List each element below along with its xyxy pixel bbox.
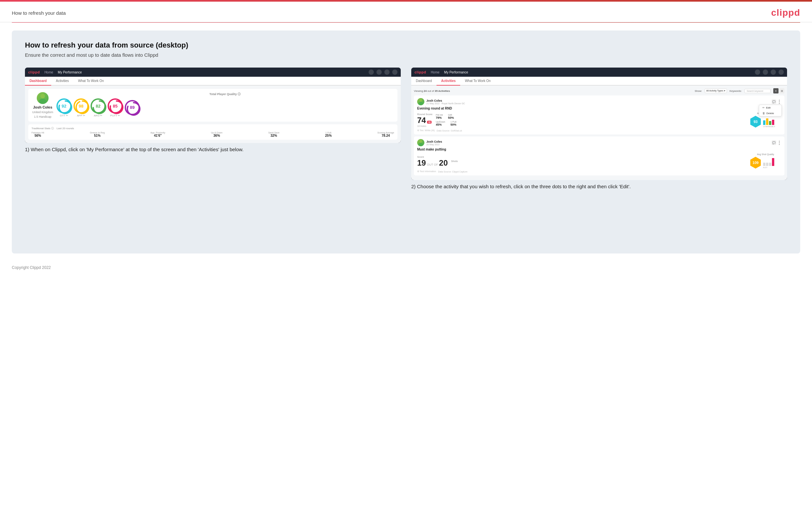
svg-point-6 [128, 103, 140, 115]
activity-1-date: 21 May 2022 · Royal North Devon GC [426, 102, 465, 105]
player-name: Josh Coles [33, 105, 53, 109]
bar-label-putt: PUT [772, 126, 774, 127]
edit-icon: ✏ [762, 106, 765, 109]
right-nav-menu-icon[interactable] [778, 69, 784, 75]
activity-2-user-name: Josh Coles [426, 140, 442, 143]
activity-1-stat-row-1: FW Hit 79% GIR 50% [436, 114, 747, 119]
bar2-putt [772, 158, 774, 166]
right-nav-home[interactable]: Home [430, 70, 440, 74]
main-title: How to refresh your data from source (de… [25, 41, 787, 50]
svg-point-10 [419, 140, 422, 143]
activity-2-shots-label: Shots [451, 160, 458, 163]
right-nav-logo: clippd [414, 70, 426, 74]
activity-2-total: 20 [439, 159, 448, 167]
stat-gir: Greens In Reg 51% [90, 131, 105, 137]
activity-1-fw-label: FW Hit [436, 114, 443, 116]
activities-content: Viewing 24 out of 35 Activities Show: Al… [411, 86, 787, 180]
left-nav-icons [368, 69, 398, 75]
stat-gir-label: Greens In Reg [90, 131, 105, 134]
activity-2-sq-value: 109 [753, 161, 759, 165]
activity-2-bars [763, 157, 781, 166]
activity-type-filter[interactable]: All Activity Types ▾ [705, 89, 727, 93]
svg-point-0 [40, 94, 45, 98]
activity-1-footer: ⚙ Tee: White (M) Data Source: GolfStat.u… [417, 129, 781, 132]
edit-option[interactable]: ✏ Edit [759, 105, 781, 111]
main-subtitle: Ensure the correct and most up to date d… [25, 52, 787, 58]
activity-1-round-score-label: Round Score [417, 113, 433, 116]
gauge-ott-circle: 92 [56, 98, 71, 113]
left-nav-user-icon[interactable] [376, 69, 382, 75]
stat-sandsave: Sand Save 32% [268, 131, 279, 137]
left-nav-search-icon[interactable] [368, 69, 374, 75]
right-description: 2) Choose the activity that you wish to … [411, 180, 787, 190]
clippd-logo: clippd [771, 7, 800, 18]
right-nav-my-performance[interactable]: My Performance [444, 70, 468, 74]
activity-1-sq-row: 93 [750, 115, 781, 128]
right-nav-settings-icon[interactable] [771, 69, 776, 75]
stat-oneputt: 1 Putt 25% [325, 131, 332, 137]
activity-1-comment-icon[interactable]: 💬 [772, 99, 776, 104]
main-content: How to refresh your data from source (de… [12, 31, 800, 253]
left-nav-settings-icon[interactable] [384, 69, 390, 75]
activity-2-score-block: Score 19 OUT OF 20 [417, 156, 448, 167]
bar-ott [763, 120, 765, 125]
activity-2-bar-labels: PUTT [763, 167, 781, 169]
stats-title: Traditional Stats ⓘ Last 20 rounds [32, 127, 394, 130]
activity-1-1putt: 1 Putt 50% [451, 121, 457, 126]
left-nav-my-performance[interactable]: My Performance [58, 70, 82, 74]
left-tab-what-to-work-on[interactable]: What To Work On [73, 77, 109, 86]
left-description: 1) When on Clippd, click on 'My Performa… [25, 143, 401, 154]
list-view-btn[interactable]: ≡ [773, 88, 778, 94]
bar2-label-putt: PUTT [763, 167, 765, 169]
gauge-putt-circle: 85 [108, 98, 123, 113]
right-tab-activities[interactable]: Activities [437, 77, 460, 86]
activity-1-holes: 18 Holes [417, 125, 433, 127]
bar-label-arg: ARG [769, 126, 771, 127]
right-tab-what-to-work-on[interactable]: What To Work On [460, 77, 495, 86]
activity-2-sq-row: 109 [750, 157, 781, 169]
left-screenshot: clippd Home My Performance Dashboard Act… [25, 67, 401, 143]
filter-row: Show: All Activity Types ▾ Keywords: Sea… [695, 88, 784, 94]
right-nav-search-icon[interactable] [755, 69, 760, 75]
svg-point-4 [93, 101, 106, 113]
stat-proximity: App. Proximity 41'6" [150, 131, 165, 137]
activity-2-more-icon[interactable] [777, 140, 781, 145]
gauge-extra: 89 [125, 100, 140, 116]
activity-card-2: Josh Coles 20 May 2022 💬 Must make putti… [414, 136, 784, 175]
gauge-app: 98 APP ✏ [73, 98, 89, 117]
delete-option[interactable]: 🗑 Delete [759, 111, 781, 116]
activity-2-shot-quality: Avg Shot Quality 109 [750, 153, 781, 169]
stat-oneputt-value: 25% [325, 134, 332, 137]
right-nav-user-icon[interactable] [763, 69, 768, 75]
activity-1-updown-val: 45% [436, 123, 445, 126]
gauge-app-circle: 98 [73, 98, 89, 113]
activity-1-detail-stats: FW Hit 79% GIR 50% [436, 114, 747, 126]
activity-2-date: 20 May 2022 [426, 143, 442, 146]
grid-view-btn[interactable]: ⊞ [779, 88, 784, 94]
keyword-input[interactable]: Search keyword [744, 89, 771, 93]
left-dashboard-content: Josh Coles United Kingdom 1.5 Handicap T… [25, 86, 401, 143]
gauge-putt: 85 PUTT ✏ [108, 98, 123, 117]
activity-1-user-name: Josh Coles [426, 99, 465, 102]
bar2-ott [763, 163, 765, 166]
stat-scoring-value: 78.24 [377, 134, 394, 137]
left-tab-activities[interactable]: Activities [51, 77, 73, 86]
activity-2-sq-hex: 109 [750, 157, 761, 169]
right-tab-dashboard[interactable]: Dashboard [411, 77, 437, 86]
left-column: clippd Home My Performance Dashboard Act… [25, 67, 401, 154]
activities-header: Viewing 24 out of 35 Activities Show: Al… [414, 88, 784, 94]
left-nav-home[interactable]: Home [44, 70, 53, 74]
player-avatar [37, 92, 49, 104]
stat-sandsave-value: 32% [268, 134, 279, 137]
activity-2-comment-icon[interactable]: 💬 [772, 140, 776, 145]
activity-1-dropdown: ✏ Edit 🗑 Delete [759, 105, 782, 116]
left-tab-dashboard[interactable]: Dashboard [25, 77, 51, 86]
activity-1-gir-label: GIR [448, 114, 454, 116]
left-app-nav: clippd Home My Performance [25, 67, 401, 77]
left-nav-menu-icon[interactable] [392, 69, 398, 75]
activity-1-data-source: Data Source: GolfStat.uk [437, 129, 462, 132]
right-screenshot: clippd Home My Performance Dashboard Act… [411, 67, 787, 180]
traditional-stats-card: Traditional Stats ⓘ Last 20 rounds Fairw… [28, 124, 398, 140]
activity-1-more-icon[interactable] [777, 99, 781, 104]
bar-app [766, 118, 768, 125]
